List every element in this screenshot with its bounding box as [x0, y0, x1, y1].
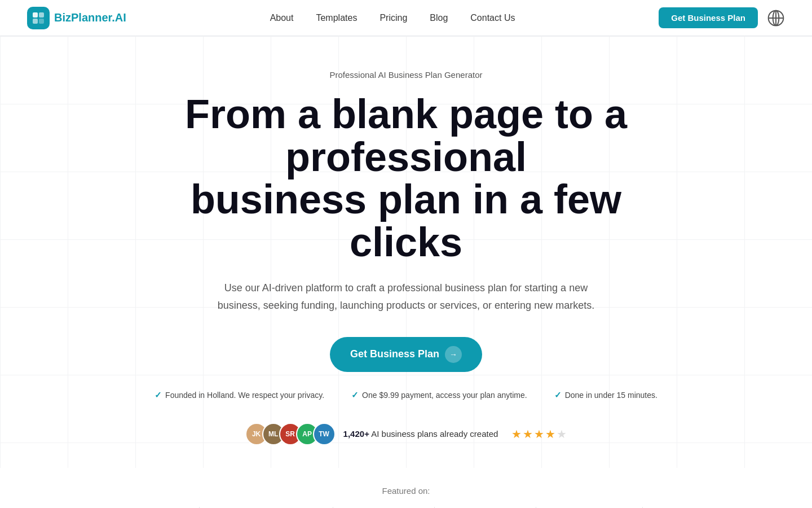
nav-templates[interactable]: Templates [316, 13, 357, 23]
trust-text-0: Founded in Holland. We respect your priv… [165, 391, 324, 400]
logo[interactable]: BizPlanner.AI [27, 7, 126, 29]
nav-cta-button[interactable]: Get Business Plan [659, 7, 758, 28]
trust-text-2: Done in under 15 minutes. [565, 391, 657, 400]
star-2: ★ [523, 427, 533, 441]
navbar: BizPlanner.AI About Templates Pricing Bl… [0, 0, 812, 36]
trust-badges: ✓ Founded in Holland. We respect your pr… [11, 390, 801, 400]
star-3: ★ [534, 427, 544, 441]
nav-pricing[interactable]: Pricing [379, 13, 407, 23]
hero-content: Professional AI Business Plan Generator … [11, 70, 801, 445]
star-4: ★ [545, 427, 555, 441]
featured-label: Featured on: [11, 486, 801, 496]
nav-blog[interactable]: Blog [430, 13, 448, 23]
trust-badge-2: ✓ Done in under 15 minutes. [554, 390, 657, 400]
social-count-text: 1,420+ AI business plans already created [343, 429, 498, 439]
trust-badge-0: ✓ Founded in Holland. We respect your pr… [155, 390, 324, 400]
social-text-label: AI business plans already created [371, 429, 498, 439]
logo-text: BizPlanner.AI [54, 11, 126, 24]
check-icon-1: ✓ [351, 390, 359, 400]
hero-description: Use our AI-driven platform to craft a pr… [214, 279, 598, 314]
nav-actions: Get Business Plan [659, 7, 785, 28]
star-rating: ★ ★ ★ ★ ★ [511, 427, 567, 441]
nav-about[interactable]: About [270, 13, 294, 23]
featured-section: Featured on: 🏅 PRODUCT HUNT #4 Product o… [0, 468, 812, 508]
star-1: ★ [511, 427, 522, 441]
avatar-stack: JK ML SR AP TW [245, 423, 330, 445]
hero-cta-label: Get Business Plan [350, 348, 439, 360]
star-5: ★ [557, 427, 567, 441]
social-count: 1,420+ [343, 429, 369, 439]
nav-links: About Templates Pricing Blog Contact Us [270, 13, 515, 23]
avatar-4: TW [313, 423, 336, 445]
hero-subtitle: Professional AI Business Plan Generator [11, 70, 801, 80]
trust-text-1: One $9.99 payment, access your plan anyt… [362, 391, 527, 400]
hero-title: From a blank page to a professional busi… [152, 93, 660, 264]
svg-rect-2 [33, 19, 38, 24]
check-icon-0: ✓ [155, 390, 162, 400]
language-icon[interactable] [767, 9, 785, 27]
trust-badge-1: ✓ One $9.99 payment, access your plan an… [351, 390, 527, 400]
social-proof: JK ML SR AP TW 1,420+ AI business plans … [11, 423, 801, 445]
check-icon-2: ✓ [554, 390, 562, 400]
svg-rect-1 [39, 12, 44, 17]
svg-rect-3 [39, 19, 44, 24]
hero-cta-arrow-icon: → [445, 346, 462, 363]
svg-rect-0 [33, 12, 38, 17]
hero-section: Professional AI Business Plan Generator … [0, 36, 812, 468]
logo-icon [27, 7, 50, 29]
nav-contact[interactable]: Contact Us [470, 13, 515, 23]
hero-cta-button[interactable]: Get Business Plan → [330, 337, 482, 372]
